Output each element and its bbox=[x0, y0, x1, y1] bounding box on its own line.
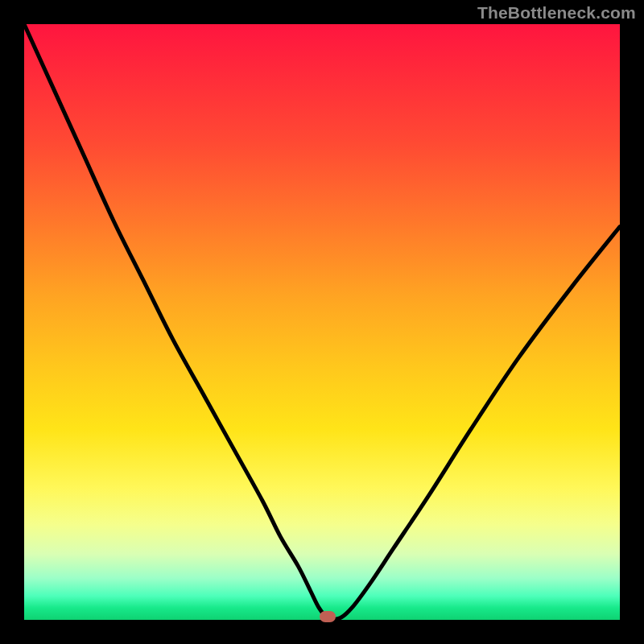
optimum-marker bbox=[320, 611, 336, 622]
bottleneck-curve bbox=[24, 24, 620, 620]
chart-frame: TheBottleneck.com bbox=[0, 0, 644, 644]
watermark-text: TheBottleneck.com bbox=[477, 3, 636, 23]
plot-area bbox=[24, 24, 620, 620]
